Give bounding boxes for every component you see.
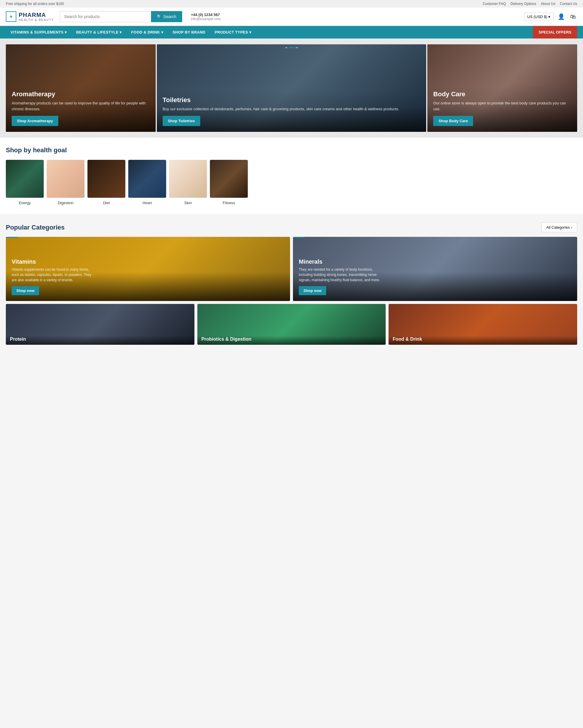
health-goal-digestion-label: Digestion <box>58 201 74 205</box>
all-categories-label: All Categories <box>546 225 570 230</box>
health-goal-skin-label: Skin <box>184 201 192 205</box>
phone-number: +44 (0) 1234 567 <box>191 12 221 17</box>
health-goals-section: Shop by health goal Energy Digestion Die… <box>0 138 583 214</box>
cat-card-vitamins: Vitamins Vitamin supplements can be foun… <box>6 237 290 301</box>
shipping-notice: Free shipping for all orders over $100 <box>6 2 64 6</box>
hero-title-bodycare: Body Care <box>433 90 571 98</box>
cart-icon: 🛍 <box>570 14 576 20</box>
hero-btn-toiletries[interactable]: Shop Toiletries <box>163 116 200 126</box>
hero-overlay-bodycare: Body Care Our online store is always ope… <box>427 84 577 132</box>
nav-item-brand[interactable]: SHOP BY BRAND <box>168 26 210 38</box>
logo-text: PHARMA HEALTH & BEAUTY <box>19 12 54 22</box>
cart-button[interactable]: 🛍 <box>569 12 577 21</box>
food-label: Food & Drink <box>389 334 577 345</box>
health-goal-energy-img <box>6 160 44 198</box>
all-categories-button[interactable]: All Categories › <box>541 223 577 232</box>
probiotics-label: Probiotics & Digestion <box>197 334 386 345</box>
health-goal-skin-img <box>169 160 207 198</box>
slide-dot-1 <box>285 47 287 48</box>
chevron-down-icon: ▾ <box>119 30 121 34</box>
minerals-shop-btn[interactable]: Shop now <box>299 286 326 295</box>
protein-label: Protein <box>6 334 194 345</box>
cat-card-probiotics[interactable]: Probiotics & Digestion <box>197 304 386 345</box>
hero-btn-bodycare[interactable]: Shop Body Care <box>433 116 473 126</box>
health-goal-skin[interactable]: Skin <box>169 160 207 205</box>
chevron-down-icon: ▾ <box>249 30 251 34</box>
nav-food-label: FOOD & DRINK <box>131 30 160 34</box>
hero-overlay-aromatherapy: Aromatherapy Aromatherapy products can b… <box>6 84 156 132</box>
hero-desc-bodycare: Our online store is always open to provi… <box>433 100 571 112</box>
search-input[interactable] <box>60 11 151 22</box>
nav-vitamins-label: VITAMINS & SUPPLEMENTS <box>10 30 63 34</box>
search-label: Search <box>164 14 176 19</box>
vitamins-desc: Vitamin supplements can be found in many… <box>12 267 93 283</box>
account-icon: 👤 <box>558 14 565 20</box>
about-us-link[interactable]: About Us <box>541 2 555 6</box>
hero-card-aromatherapy: Aromatherapy Aromatherapy products can b… <box>6 44 156 132</box>
chevron-right-icon: › <box>571 225 572 230</box>
search-bar: 🔍 Search <box>60 11 182 22</box>
vitamins-shop-btn[interactable]: Shop now <box>12 286 39 295</box>
health-goal-digestion[interactable]: Digestion <box>47 160 85 205</box>
slide-indicator <box>285 47 298 48</box>
health-goal-heart-label: Heart <box>142 201 152 205</box>
health-goal-energy-label: Energy <box>19 201 31 205</box>
nav-brand-label: SHOP BY BRAND <box>172 30 205 34</box>
email-address: info@example.com <box>191 17 221 21</box>
hero-card-bodycare: Body Care Our online store is always ope… <box>427 44 577 132</box>
customer-faq-link[interactable]: Customer FAQ <box>483 2 506 6</box>
nav-types-label: PRODUCT TYPES <box>215 30 248 34</box>
popular-title: Popular Categories <box>6 224 65 231</box>
account-button[interactable]: 👤 <box>556 12 566 21</box>
special-offers-label: SPECIAL OFFERS <box>539 30 571 34</box>
health-goal-fitness[interactable]: Fitness <box>210 160 248 205</box>
nav-item-beauty[interactable]: BEAUTY & LIFESTYLE ▾ <box>72 26 127 38</box>
hero-desc-toiletries: Buy our exclusive collection of deodoran… <box>163 106 421 112</box>
hero-card-toiletries: Toiletries Buy our exclusive collection … <box>157 44 426 132</box>
health-goal-diet[interactable]: Diet <box>87 160 126 205</box>
top-bar-links: Customer FAQ Delivery Options About Us C… <box>483 2 577 6</box>
health-goal-heart[interactable]: Heart <box>128 160 166 205</box>
logo[interactable]: + PHARMA HEALTH & BEAUTY <box>6 11 54 22</box>
header-right: US (USD $) ▾ 👤 🛍 <box>524 12 577 21</box>
minerals-desc: They are needed for a variety of body fu… <box>299 267 381 283</box>
nav-beauty-label: BEAUTY & LIFESTYLE <box>76 30 118 34</box>
hero-btn-aromatherapy[interactable]: Shop Aromatherapy <box>12 116 58 126</box>
nav-item-types[interactable]: PRODUCT TYPES ▾ <box>210 26 256 38</box>
search-icon: 🔍 <box>157 14 162 19</box>
hero-section: Aromatherapy Aromatherapy products can b… <box>0 38 583 138</box>
popular-top-row: Vitamins Vitamin supplements can be foun… <box>6 237 577 301</box>
logo-sub: HEALTH & BEAUTY <box>19 18 54 22</box>
popular-categories-header: Popular Categories All Categories › <box>6 223 577 232</box>
delivery-options-link[interactable]: Delivery Options <box>510 2 536 6</box>
slide-dot-3 <box>296 47 298 48</box>
health-goal-diet-label: Diet <box>103 201 110 205</box>
search-button[interactable]: 🔍 Search <box>151 11 182 22</box>
slide-dot-2 <box>288 47 295 48</box>
currency-selector[interactable]: US (USD $) ▾ <box>524 12 554 21</box>
health-goal-energy[interactable]: Energy <box>6 160 44 205</box>
cat-card-food[interactable]: Food & Drink <box>389 304 577 345</box>
nav-item-vitamins[interactable]: VITAMINS & SUPPLEMENTS ▾ <box>6 26 72 38</box>
hero-overlay-toiletries: Toiletries Buy our exclusive collection … <box>157 90 426 132</box>
minerals-overlay: Minerals They are needed for a variety o… <box>293 253 577 301</box>
main-nav: VITAMINS & SUPPLEMENTS ▾ BEAUTY & LIFEST… <box>0 26 583 38</box>
special-offers-link[interactable]: SPECIAL OFFERS <box>533 26 577 38</box>
hero-title-aromatherapy: Aromatherapy <box>12 90 150 98</box>
contact-us-link[interactable]: Contact Us <box>560 2 577 6</box>
currency-label: US (USD $) <box>527 15 548 19</box>
site-header: + PHARMA HEALTH & BEAUTY 🔍 Search +44 (0… <box>0 7 583 26</box>
chevron-down-icon: ▾ <box>161 30 163 34</box>
cat-card-protein[interactable]: Protein <box>6 304 194 345</box>
health-goal-heart-img <box>128 160 166 198</box>
vitamins-title: Vitamins <box>12 258 284 265</box>
health-goal-diet-img <box>87 160 126 198</box>
cat-card-minerals: Minerals They are needed for a variety o… <box>293 237 577 301</box>
health-goals-title: Shop by health goal <box>6 147 577 154</box>
health-goal-fitness-label: Fitness <box>223 201 235 205</box>
contact-info: +44 (0) 1234 567 info@example.com <box>191 12 221 21</box>
hero-title-toiletries: Toiletries <box>163 96 421 104</box>
nav-item-food[interactable]: FOOD & DRINK ▾ <box>127 26 168 38</box>
popular-categories-section: Popular Categories All Categories › Vita… <box>0 214 583 354</box>
popular-bottom-row: Protein Probiotics & Digestion Food & Dr… <box>6 304 577 345</box>
